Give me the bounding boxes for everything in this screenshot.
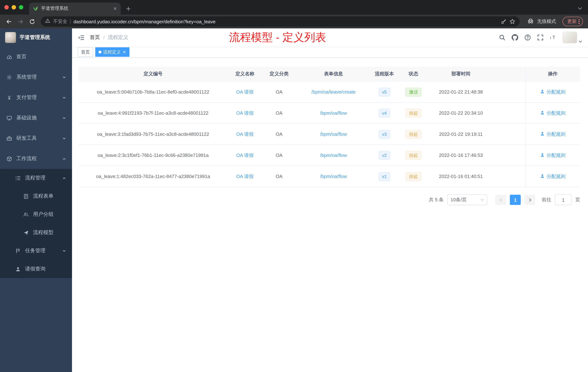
font-size-icon[interactable]: tT [550,34,556,41]
chevron-down-icon [62,249,66,253]
column-header: 定义名称 [228,67,262,81]
page-size-select[interactable]: 10条/页 [447,194,487,205]
form-link[interactable]: /bpm/oa/flow [320,110,347,116]
user-icon [540,131,545,137]
security-label[interactable]: 不安全 [53,18,67,25]
sidebar-item-label: 研发工具 [16,135,37,142]
tags-view-tag[interactable]: 流程定义 [95,47,129,57]
page-number-button[interactable]: 1 [510,195,521,205]
sidebar-item-process-mgmt[interactable]: 流程管理 [0,169,72,187]
incognito-label: 无痕模式 [537,18,556,25]
reload-button[interactable] [27,16,37,27]
assign-rule-button[interactable]: 分配规则 [540,173,566,180]
deploy-time-cell: 2022-01-16 17:46:53 [429,145,493,166]
sidebar-item-devtools[interactable]: 研发工具 [0,128,72,149]
definition-name-link[interactable]: OA 请假 [236,152,253,158]
sidebar-item-label: 用户分组 [33,211,53,218]
person-icon [15,266,21,272]
prev-page-button[interactable] [495,195,506,205]
status-tag: 挂起 [405,109,421,117]
assign-rule-label: 分配规则 [547,152,566,159]
list-icon [15,175,21,181]
definition-id-cell: oa_leave:3:1fad3d93-7b75-11ec-a3c8-acde4… [79,124,228,145]
tab-title: 芋道管理系统 [41,5,110,12]
sidebar-item-workflow[interactable]: 工作流程 [0,149,72,169]
sidebar-item-label: 任务管理 [25,248,45,254]
search-icon[interactable] [499,34,505,41]
browser-tab[interactable]: 芋道管理系统 [29,2,121,15]
forward-button[interactable] [15,16,25,27]
chrome-update-button[interactable]: 更新 [563,17,583,26]
form-link[interactable]: /bpm/oa/leave/create [311,89,356,95]
close-icon [123,50,126,54]
page-content: 定义编号定义名称定义分类表单信息流程版本状态部署时间操作 oa_leave:5:… [72,58,588,372]
sidebar-item-system[interactable]: 系统管理 [0,67,72,87]
user-avatar-menu[interactable] [563,32,582,43]
pagination: 共 5 条 10条/页 1 前往 [79,194,580,205]
close-window-button[interactable] [4,5,9,10]
header-spacer [493,67,525,81]
definition-name-link[interactable]: OA 请假 [236,89,253,94]
form-link[interactable]: /bpm/oa/flow [320,174,347,179]
address-bar[interactable]: 不安全 dashboard.yudao.iocoder.cn/bpm/manag… [41,16,520,27]
browser-tab-strip: 芋道管理系统 [0,0,588,15]
sidebar-item-infra[interactable]: 基础设施 [0,108,72,128]
sidebar-item-label: 首页 [16,54,27,60]
status-tag: 挂起 [405,130,421,139]
back-button[interactable] [4,16,14,27]
column-header: 操作 [525,67,580,81]
status-cell: 挂起 [398,166,429,187]
assign-rule-button[interactable]: 分配规则 [540,110,566,116]
breadcrumb-home[interactable]: 首页 [90,34,100,41]
active-dot-icon [99,51,101,54]
page-size-value: 10条/页 [451,197,467,203]
browser-menu-icon[interactable] [578,19,580,24]
minimize-window-button[interactable] [12,5,16,10]
action-cell: 分配规则 [525,81,580,102]
top-navbar: 首页 / 流程定义 流程模型 - 定义列表 [72,28,588,47]
sidebar-item-process-form[interactable]: 流程表单 [0,187,72,205]
password-key-icon[interactable] [501,19,506,24]
goto-page-input[interactable] [555,194,572,205]
sidebar-item-label: 支付管理 [16,94,37,101]
user-icon [540,174,545,179]
assign-rule-button[interactable]: 分配规则 [540,89,566,95]
table-body: oa_leave:5:004b710b-7b8a-11ec-8ef0-acde4… [79,81,580,187]
update-label: 更新 [567,18,577,25]
app-logo[interactable]: 芋道管理系统 [0,28,72,47]
app-title: 芋道管理系统 [20,34,50,41]
sidebar-item-task-mgmt[interactable]: 任务管理 [0,242,72,260]
bookmark-star-icon[interactable] [509,19,515,24]
tab-close-icon[interactable] [113,7,117,11]
fullscreen-icon[interactable] [537,34,544,41]
sidebar-item-process-model[interactable]: 流程模型 [0,223,72,242]
url-text[interactable]: dashboard.yudao.iocoder.cn/bpm/manager/d… [74,19,498,24]
sidebar-item-user-group[interactable]: 用户分组 [0,205,72,223]
form-link[interactable]: /bpm/oa/flow [320,153,347,158]
hamburger-icon[interactable] [78,34,85,41]
table-row: oa_leave:4:991f2193-7b7f-11ec-a3c8-acde4… [79,102,580,124]
assign-rule-button[interactable]: 分配规则 [540,131,566,137]
sidebar-item-payment[interactable]: 支付管理 [0,87,72,108]
chevron-down-icon [62,96,66,99]
help-icon[interactable] [524,34,531,41]
table-row: oa_leave:3:1fad3d93-7b75-11ec-a3c8-acde4… [79,124,580,145]
tab-search-chevron-icon[interactable] [578,5,582,11]
definition-table: 定义编号定义名称定义分类表单信息流程版本状态部署时间操作 oa_leave:5:… [79,67,580,187]
definition-name-link[interactable]: OA 请假 [236,174,253,179]
form-link[interactable]: /bpm/oa/flow [320,131,347,137]
tags-view-tag[interactable]: 首页 [78,47,93,57]
sidebar-item-home[interactable]: 首页 [0,47,72,67]
next-page-button[interactable] [524,195,535,205]
definition-name-link[interactable]: OA 请假 [236,110,253,116]
status-cell: 挂起 [398,124,429,145]
assign-rule-button[interactable]: 分配规则 [540,152,566,159]
maximize-window-button[interactable] [19,5,23,10]
sidebar-item-leave-query[interactable]: 请假查询 [0,260,72,278]
new-tab-button[interactable] [126,6,131,11]
status-cell: 挂起 [398,102,429,124]
github-icon[interactable] [512,34,518,41]
column-header: 流程版本 [371,67,398,81]
definition-name-link[interactable]: OA 请假 [236,131,253,137]
deploy-time-cell: 2022-01-16 01:40:51 [429,166,493,187]
